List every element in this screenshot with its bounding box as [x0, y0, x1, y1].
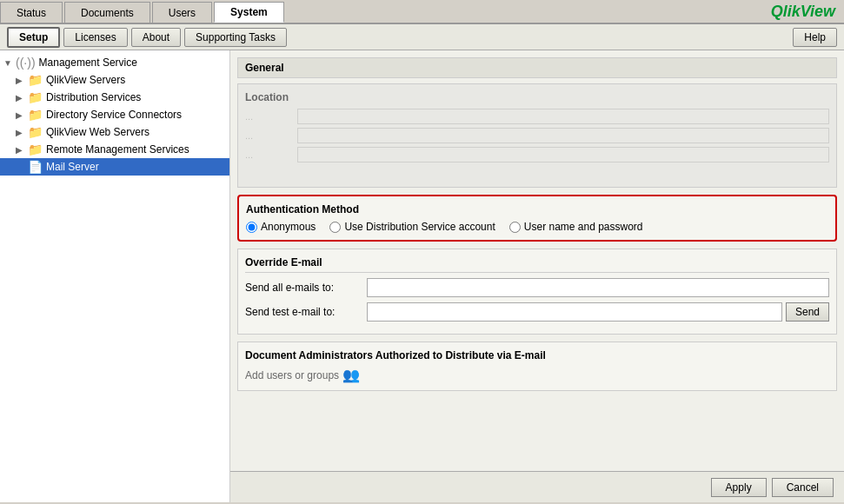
expander-icon: ▶ — [16, 128, 28, 137]
send-button[interactable]: Send — [786, 302, 829, 322]
send-test-row: Send test e-mail to: Send — [245, 302, 829, 322]
auth-radio-anonymous[interactable] — [246, 222, 257, 233]
location-field-label: ... — [245, 130, 297, 141]
sidebar-item-label: Directory Service Connectors — [46, 109, 182, 121]
folder-icon: 📁 — [28, 143, 43, 156]
location-field-label: ... — [245, 111, 297, 122]
sidebar-item-management-service[interactable]: ▼ ((·)) Management Service — [0, 54, 229, 71]
location-input-3[interactable] — [297, 147, 829, 162]
override-email-header: Override E-mail — [245, 256, 829, 273]
location-section: Location ... ... ... — [237, 83, 837, 188]
add-users-icon[interactable]: 👥 — [342, 367, 360, 383]
auth-option-username-password[interactable]: User name and password — [509, 221, 643, 233]
licenses-button[interactable]: Licenses — [63, 28, 127, 47]
sidebar-item-qlikview-web-servers[interactable]: ▶ 📁 QlikView Web Servers — [0, 123, 229, 141]
auth-method-header: Authentication Method — [246, 203, 828, 216]
sidebar-item-distribution-services[interactable]: ▶ 📁 Distribution Services — [0, 89, 229, 106]
tab-documents[interactable]: Documents — [64, 2, 150, 23]
sidebar-item-label: QlikView Servers — [46, 74, 125, 86]
app-logo: QlikView — [762, 0, 844, 24]
folder-icon: 📁 — [28, 90, 43, 104]
sidebar-item-label: Mail Server — [46, 161, 99, 173]
expander-icon: ▶ — [16, 145, 28, 155]
sidebar-item-label: Remote Management Services — [46, 143, 189, 156]
tab-system[interactable]: System — [214, 2, 284, 23]
location-input-1[interactable] — [297, 109, 829, 124]
send-test-input[interactable] — [367, 302, 782, 322]
location-row-2: ... — [245, 128, 829, 143]
main-layout: ▼ ((·)) Management Service ▶ 📁 QlikView … — [0, 50, 844, 502]
location-row-1: ... — [245, 109, 829, 124]
tab-status[interactable]: Status — [0, 2, 63, 23]
folder-icon: 📁 — [28, 125, 43, 139]
apply-button[interactable]: Apply — [711, 478, 767, 497]
expander-icon: ▶ — [16, 110, 28, 120]
override-email-section: Override E-mail Send all e-mails to: Sen… — [237, 249, 837, 335]
auth-label-dist-service: Use Distribution Service account — [344, 221, 495, 233]
auth-method-section: Authentication Method Anonymous Use Dist… — [237, 195, 837, 242]
folder-icon: 📁 — [28, 108, 43, 122]
auth-radio-dist-service[interactable] — [329, 222, 341, 233]
auth-option-dist-service[interactable]: Use Distribution Service account — [329, 221, 495, 233]
toolbar: Setup Licenses About Supporting Tasks He… — [0, 24, 844, 50]
send-all-label: Send all e-mails to: — [245, 282, 367, 294]
send-all-row: Send all e-mails to: — [245, 278, 829, 297]
auth-option-anonymous[interactable]: Anonymous — [246, 221, 316, 233]
location-header: Location — [245, 91, 829, 103]
auth-options: Anonymous Use Distribution Service accou… — [246, 221, 828, 233]
send-all-input[interactable] — [367, 278, 829, 297]
expander-icon: ▼ — [3, 58, 16, 68]
auth-label-anonymous: Anonymous — [261, 221, 316, 233]
general-header: General — [237, 57, 837, 78]
auth-label-username-password: User name and password — [524, 221, 643, 233]
auth-radio-username-password[interactable] — [509, 222, 521, 233]
expander-icon: ▶ — [16, 93, 28, 103]
sidebar-item-mail-server[interactable]: 📄 Mail Server — [0, 158, 229, 176]
folder-icon: 📁 — [28, 73, 43, 87]
sidebar-item-directory-service-connectors[interactable]: ▶ 📁 Directory Service Connectors — [0, 106, 229, 123]
top-tab-bar: Status Documents Users System QlikView — [0, 0, 844, 24]
add-users-label: Add users or groups — [245, 369, 339, 381]
mgmt-icon: ((·)) — [16, 56, 36, 70]
location-row-3: ... — [245, 147, 829, 162]
location-input-2[interactable] — [297, 128, 829, 143]
doc-admin-section: Document Administrators Authorized to Di… — [237, 342, 837, 391]
cancel-button[interactable]: Cancel — [772, 478, 834, 497]
sidebar-item-label: Distribution Services — [46, 91, 141, 103]
send-test-label: Send test e-mail to: — [245, 306, 367, 318]
content-area: General Location ... ... ... A — [230, 50, 844, 502]
sidebar-item-qlikview-servers[interactable]: ▶ 📁 QlikView Servers — [0, 71, 229, 89]
bottom-bar: Apply Cancel — [230, 471, 844, 502]
tab-users[interactable]: Users — [152, 2, 212, 23]
location-field-label: ... — [245, 149, 297, 160]
sidebar: ▼ ((·)) Management Service ▶ 📁 QlikView … — [0, 50, 230, 502]
sidebar-item-label: Management Service — [39, 56, 137, 69]
file-icon: 📄 — [28, 160, 43, 174]
supporting-tasks-button[interactable]: Supporting Tasks — [184, 28, 287, 47]
help-button[interactable]: Help — [793, 28, 837, 47]
sidebar-item-remote-management-services[interactable]: ▶ 📁 Remote Management Services — [0, 141, 229, 158]
about-button[interactable]: About — [131, 28, 181, 47]
doc-admin-header: Document Administrators Authorized to Di… — [245, 349, 829, 361]
expander-icon: ▶ — [16, 76, 28, 85]
add-users-row: Add users or groups 👥 — [245, 367, 829, 383]
sidebar-item-label: QlikView Web Servers — [46, 126, 150, 138]
setup-button[interactable]: Setup — [7, 27, 60, 48]
location-fields: ... ... ... — [245, 109, 829, 162]
